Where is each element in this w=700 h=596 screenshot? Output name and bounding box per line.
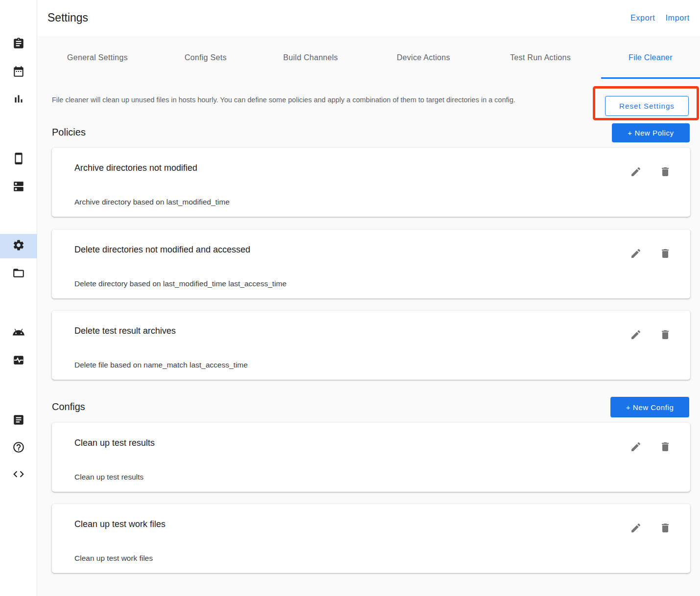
folder-icon — [12, 267, 25, 281]
tab-general-settings[interactable]: General Settings — [38, 36, 157, 79]
config-card: Clean up test work files Clean up test w… — [52, 504, 690, 573]
policy-card: Delete test result archives Delete file … — [52, 311, 690, 380]
sidebar-item-devices[interactable] — [0, 147, 37, 172]
card-actions — [626, 519, 675, 538]
settings-page: Settings Export Import General Settings … — [0, 0, 700, 596]
tab-device-actions[interactable]: Device Actions — [367, 36, 480, 79]
page-title: Settings — [47, 11, 88, 24]
tab-file-cleaner[interactable]: File Cleaner — [601, 36, 700, 79]
smartphone-icon — [12, 152, 25, 167]
edit-icon — [630, 441, 642, 454]
sidebar-item-android[interactable] — [0, 321, 37, 345]
delete-icon — [659, 248, 671, 261]
sidebar-item-help[interactable] — [0, 436, 37, 460]
settings-tab-bar: General Settings Config Sets Build Chann… — [38, 36, 700, 79]
edit-icon — [630, 522, 642, 535]
file-cleaner-description: File cleaner will clean up unused files … — [52, 96, 546, 104]
policy-title: Archive directories not modified — [74, 163, 197, 173]
assignment-icon — [12, 37, 25, 52]
article-icon — [12, 413, 25, 428]
sidebar-item-dev-code[interactable] — [0, 463, 37, 487]
bar-chart-icon — [12, 92, 25, 107]
delete-policy-button[interactable] — [655, 244, 675, 264]
config-subtitle: Clean up test work files — [74, 554, 153, 563]
card-actions — [626, 437, 675, 457]
delete-config-button[interactable] — [655, 519, 675, 538]
sidebar-item-calendar[interactable] — [0, 60, 37, 85]
dns-icon — [12, 180, 25, 195]
config-subtitle: Clean up test results — [74, 473, 143, 481]
delete-icon — [659, 166, 671, 179]
delete-policy-button[interactable] — [655, 325, 675, 345]
import-link[interactable]: Import — [665, 14, 690, 23]
sidebar-item-assignment[interactable] — [0, 32, 37, 57]
android-icon — [12, 326, 25, 341]
header-actions: Export Import — [630, 14, 690, 23]
edit-icon — [630, 166, 642, 179]
sidebar-item-monitoring[interactable] — [0, 349, 37, 373]
card-actions — [626, 244, 675, 264]
edit-policy-button[interactable] — [626, 162, 646, 182]
config-title: Clean up test results — [74, 438, 155, 448]
config-title: Clean up test work files — [74, 519, 165, 529]
settings-icon — [12, 239, 25, 253]
edit-policy-button[interactable] — [626, 244, 646, 264]
calendar-icon — [12, 65, 25, 80]
edit-icon — [630, 329, 642, 342]
monitoring-icon — [12, 354, 25, 368]
policies-heading: Policies — [52, 127, 86, 138]
new-config-button[interactable]: + New Config — [610, 397, 689, 417]
policy-subtitle: Delete file based on name_match last_acc… — [74, 361, 248, 369]
tab-test-run-actions[interactable]: Test Run Actions — [480, 36, 601, 79]
delete-icon — [659, 441, 671, 454]
sidebar-item-file-browser[interactable] — [0, 262, 37, 286]
policy-card: Archive directories not modified Archive… — [52, 148, 690, 217]
delete-icon — [659, 522, 671, 535]
delete-policy-button[interactable] — [655, 162, 675, 182]
policy-title: Delete test result archives — [74, 326, 176, 336]
policy-subtitle: Archive directory based on last_modified… — [74, 198, 230, 206]
tab-build-channels[interactable]: Build Channels — [254, 36, 367, 79]
sidebar — [0, 0, 37, 596]
delete-config-button[interactable] — [655, 437, 675, 457]
tab-config-sets[interactable]: Config Sets — [157, 36, 254, 79]
card-actions — [626, 162, 675, 182]
configs-heading: Configs — [52, 401, 85, 413]
delete-icon — [659, 329, 671, 342]
card-actions — [626, 325, 675, 345]
policy-subtitle: Delete directory based on last_modified_… — [74, 279, 286, 288]
policy-card: Delete directories not modified and acce… — [52, 229, 690, 298]
edit-config-button[interactable] — [626, 519, 646, 538]
policy-title: Delete directories not modified and acce… — [74, 245, 250, 255]
help-icon — [12, 441, 25, 456]
sidebar-item-docs[interactable] — [0, 409, 37, 433]
sidebar-item-bar-chart[interactable] — [0, 88, 37, 112]
new-policy-button[interactable]: + New Policy — [612, 123, 690, 142]
code-icon — [12, 468, 25, 482]
config-card: Clean up test results Clean up test resu… — [52, 423, 690, 492]
edit-config-button[interactable] — [626, 437, 646, 457]
edit-policy-button[interactable] — [626, 325, 646, 345]
sidebar-item-hosts[interactable] — [0, 175, 37, 200]
edit-icon — [630, 248, 642, 261]
reset-settings-button[interactable]: Reset Settings — [605, 96, 689, 116]
sidebar-item-settings[interactable] — [0, 234, 37, 258]
export-link[interactable]: Export — [630, 14, 655, 23]
